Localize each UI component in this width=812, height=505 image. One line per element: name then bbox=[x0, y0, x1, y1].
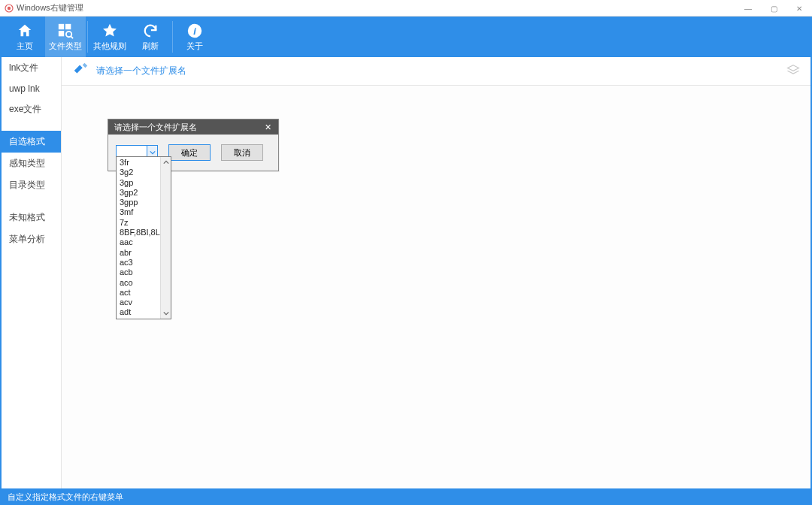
toolbar-otherrules[interactable]: 其他规则 bbox=[89, 17, 130, 57]
sidebar-item-unknownformat[interactable]: 未知格式 bbox=[2, 207, 61, 228]
dropdown-item[interactable]: 3gpp bbox=[117, 198, 160, 207]
dropdown-item[interactable]: 3fr bbox=[117, 158, 160, 168]
dropdown-item[interactable]: 8BF,8BI,8LI,8BI bbox=[117, 228, 160, 237]
home-icon bbox=[17, 23, 33, 39]
svg-line-6 bbox=[71, 36, 73, 38]
dropdown-item[interactable]: aac bbox=[117, 237, 160, 247]
dialog-title-text: 请选择一个文件扩展名 bbox=[114, 122, 197, 133]
svg-rect-4 bbox=[59, 31, 64, 36]
grid-search-icon bbox=[57, 23, 74, 39]
scroll-up-icon[interactable] bbox=[161, 157, 171, 168]
dropdown-item[interactable]: act bbox=[117, 288, 160, 298]
dropdown-item[interactable]: 7z bbox=[117, 218, 160, 228]
toolbar-separator-2 bbox=[172, 21, 173, 53]
toolbar-about[interactable]: i 关于 bbox=[174, 17, 215, 57]
refresh-icon bbox=[142, 23, 159, 39]
dialog-close-button[interactable]: ✕ bbox=[257, 119, 278, 135]
cancel-button[interactable]: 取消 bbox=[221, 144, 263, 161]
dropdown-item[interactable]: 3gp2 bbox=[117, 188, 160, 198]
layers-icon[interactable] bbox=[786, 63, 800, 79]
dropdown-item[interactable]: aco bbox=[117, 278, 160, 288]
header-row: 请选择一个文件扩展名 bbox=[62, 57, 810, 86]
sidebar-item-lnk[interactable]: lnk文件 bbox=[2, 57, 61, 79]
dropdown-item[interactable]: abr bbox=[117, 248, 160, 258]
wand-icon bbox=[72, 62, 89, 80]
titlebar: Windows右键管理 — ▢ ✕ bbox=[0, 0, 812, 17]
info-icon: i bbox=[186, 23, 203, 39]
header-prompt: 请选择一个文件扩展名 bbox=[96, 65, 186, 77]
svg-rect-2 bbox=[59, 23, 64, 29]
toolbar-home-label: 主页 bbox=[17, 41, 33, 52]
extension-dropdown-list[interactable]: 3fr 3g2 3gp 3gp2 3gpp 3mf 7z 8BF,8BI,8LI… bbox=[116, 156, 171, 319]
app-icon bbox=[5, 4, 14, 13]
svg-point-5 bbox=[66, 31, 71, 36]
dropdown-items: 3fr 3g2 3gp 3gp2 3gpp 3mf 7z 8BF,8BI,8LI… bbox=[117, 157, 160, 319]
toolbar: 主页 文件类型 其他规则 刷新 i 关于 bbox=[0, 17, 812, 57]
sidebar-item-customformat[interactable]: 自选格式 bbox=[2, 131, 61, 153]
status-text: 自定义指定格式文件的右键菜单 bbox=[8, 491, 123, 503]
dropdown-item[interactable]: ac3 bbox=[117, 258, 160, 268]
toolbar-home[interactable]: 主页 bbox=[5, 17, 45, 57]
svg-marker-9 bbox=[788, 65, 799, 71]
dropdown-item[interactable]: 3mf bbox=[117, 207, 160, 217]
ok-button[interactable]: 确定 bbox=[168, 144, 211, 161]
sidebar-item-uwplnk[interactable]: uwp lnk bbox=[2, 79, 61, 98]
toolbar-refresh[interactable]: 刷新 bbox=[130, 17, 171, 57]
dropdown-item[interactable]: acv bbox=[117, 298, 160, 307]
dropdown-item[interactable]: adt bbox=[117, 307, 160, 317]
statusbar: 自定义指定格式文件的右键菜单 bbox=[0, 490, 812, 505]
close-button[interactable]: ✕ bbox=[786, 0, 812, 17]
svg-point-1 bbox=[8, 6, 11, 9]
star-icon bbox=[102, 23, 118, 39]
dropdown-item[interactable]: acb bbox=[117, 268, 160, 277]
svg-rect-3 bbox=[65, 23, 71, 29]
dialog-titlebar[interactable]: 请选择一个文件扩展名 ✕ bbox=[108, 119, 278, 135]
minimize-button[interactable]: — bbox=[735, 0, 761, 17]
toolbar-otherrules-label: 其他规则 bbox=[93, 41, 126, 52]
sidebar-item-exe[interactable]: exe文件 bbox=[2, 98, 61, 120]
toolbar-separator bbox=[87, 21, 88, 53]
window-title: Windows右键管理 bbox=[17, 2, 83, 14]
sidebar-item-menuanalysis[interactable]: 菜单分析 bbox=[2, 228, 61, 250]
svg-text:i: i bbox=[193, 25, 196, 36]
dropdown-item[interactable]: 3g2 bbox=[117, 168, 160, 177]
toolbar-filetype-label: 文件类型 bbox=[49, 41, 82, 52]
toolbar-refresh-label: 刷新 bbox=[142, 41, 159, 52]
sidebar-item-directorytype[interactable]: 目录类型 bbox=[2, 174, 61, 196]
sidebar-item-perceivedtype[interactable]: 感知类型 bbox=[2, 153, 61, 174]
maximize-button[interactable]: ▢ bbox=[761, 0, 786, 17]
dropdown-item[interactable]: 3gp bbox=[117, 178, 160, 188]
toolbar-filetype[interactable]: 文件类型 bbox=[45, 17, 86, 57]
toolbar-about-label: 关于 bbox=[186, 41, 203, 52]
sidebar: lnk文件 uwp lnk exe文件 自选格式 感知类型 目录类型 未知格式 … bbox=[2, 57, 62, 488]
scroll-down-icon[interactable] bbox=[161, 308, 171, 319]
dropdown-scrollbar[interactable] bbox=[160, 157, 171, 319]
